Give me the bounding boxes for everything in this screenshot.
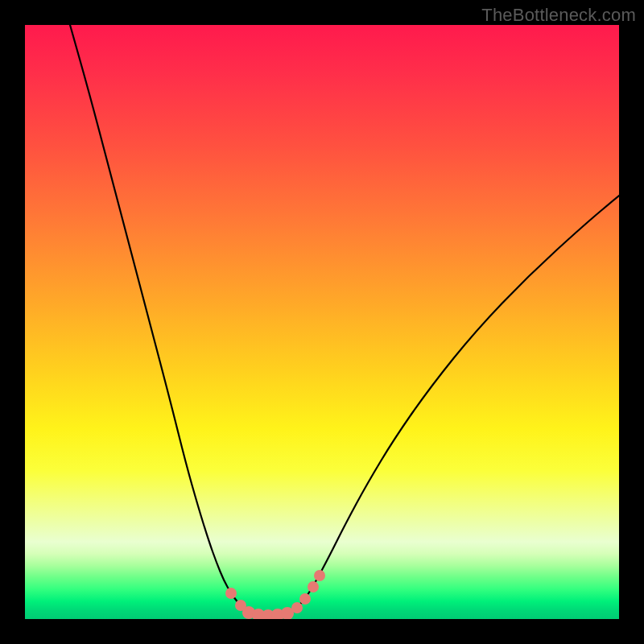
chart-frame: TheBottleneck.com	[0, 0, 644, 644]
left-curve-path	[70, 25, 250, 613]
highlight-marker	[225, 588, 237, 599]
plot-area	[25, 25, 619, 619]
curve-layer	[25, 25, 619, 619]
highlight-marker	[314, 570, 325, 581]
highlight-marker	[291, 602, 303, 613]
marker-group	[225, 570, 325, 619]
highlight-marker	[308, 581, 319, 592]
right-curve-path	[291, 196, 619, 613]
curves-group	[70, 25, 619, 616]
highlight-marker	[299, 593, 311, 605]
watermark-text: TheBottleneck.com	[481, 5, 636, 26]
